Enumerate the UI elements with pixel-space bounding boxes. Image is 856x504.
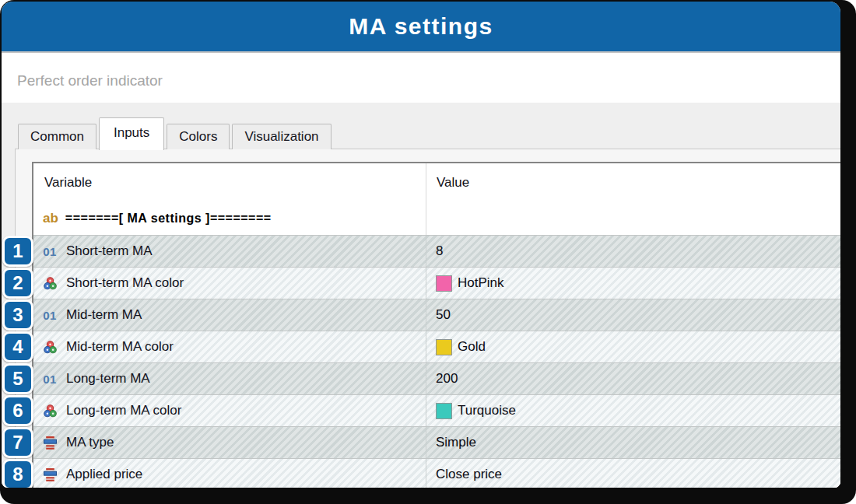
table-row[interactable]: 1 01 Short-term MA 8 — [33, 235, 840, 267]
dialog-titlebar: MA settings — [2, 2, 840, 53]
variable-value: HotPink — [458, 275, 504, 291]
enum-param-icon — [41, 435, 58, 450]
badge-number: 8 — [12, 465, 23, 484]
row-number-badge: 6 — [2, 395, 33, 426]
color-param-icon — [41, 403, 58, 418]
tab-visualization[interactable]: Visualization — [232, 124, 331, 149]
variable-cell: MA type — [33, 427, 426, 458]
row-number-badge: 1 — [2, 236, 33, 267]
dialog-body-panel: Common Inputs Colors Visualization Varia… — [2, 103, 840, 488]
table-rows: 1 01 Short-term MA 8 2 Short-term MA col… — [33, 235, 840, 488]
numeric-param-icon: 01 — [41, 371, 58, 387]
variable-cell: Short-term MA color — [33, 268, 426, 299]
variable-value: Turquoise — [458, 403, 516, 418]
row-number-badge: 2 — [2, 268, 33, 299]
value-cell[interactable]: Turquoise — [426, 395, 840, 426]
variable-value: Gold — [458, 339, 486, 355]
indicator-name: Perfect order indicator — [17, 72, 163, 89]
table-header-row: Variable Value — [33, 163, 840, 202]
tab-inputs[interactable]: Inputs — [99, 117, 164, 150]
color-param-icon — [41, 275, 58, 291]
variable-cell: Applied price — [33, 459, 426, 488]
variable-name: Long-term MA color — [66, 403, 181, 418]
tab-common[interactable]: Common — [18, 124, 96, 149]
numeric-param-icon: 01 — [41, 307, 58, 323]
dialog-title: MA settings — [349, 13, 493, 40]
table-row[interactable]: 7 MA type Simple — [33, 426, 840, 458]
value-cell[interactable]: 50 — [426, 299, 840, 331]
table-row[interactable]: 5 01 Long-term MA 200 — [33, 362, 840, 394]
tab-bar: Common Inputs Colors Visualization — [18, 118, 840, 149]
inputs-tab-page: Variable Value ab =======[ MA settings ]… — [15, 149, 840, 488]
group-header-label: =======[ MA settings ]======== — [65, 212, 272, 226]
table-row[interactable]: 4 Mid-term MA color Gold — [33, 331, 840, 362]
string-param-icon: ab — [43, 211, 58, 226]
variable-value: 50 — [436, 307, 451, 323]
ma-settings-dialog: MA settings Perfect order indicator Comm… — [2, 2, 840, 488]
badge-number: 7 — [12, 433, 23, 452]
badge-number: 1 — [12, 242, 23, 261]
variable-value: Simple — [436, 435, 476, 450]
value-cell[interactable]: Close price — [426, 459, 840, 488]
numeric-param-icon: 01 — [41, 243, 58, 259]
variable-cell: 01 Mid-term MA — [33, 299, 426, 331]
table-row[interactable]: 6 Long-term MA color Turquoise — [33, 394, 840, 426]
variable-name: MA type — [66, 435, 114, 450]
table-row[interactable]: 8 Applied price Close price — [33, 458, 840, 488]
badge-number: 3 — [12, 306, 23, 324]
color-swatch[interactable] — [436, 275, 452, 292]
variable-cell: Mid-term MA color — [33, 331, 426, 362]
color-swatch[interactable] — [436, 339, 452, 355]
badge-number: 5 — [12, 369, 23, 388]
value-cell[interactable]: Simple — [426, 427, 840, 458]
variable-value: 8 — [436, 243, 443, 259]
badge-number: 2 — [12, 274, 23, 292]
row-number-badge: 7 — [2, 427, 33, 458]
variable-value: 200 — [436, 371, 458, 387]
variable-cell: 01 Short-term MA — [33, 236, 426, 267]
screenshot-frame: MA settings Perfect order indicator Comm… — [0, 0, 856, 504]
column-header-variable: Variable — [33, 175, 426, 191]
value-cell[interactable]: 200 — [426, 363, 840, 394]
table-row[interactable]: 2 Short-term MA color HotPink — [33, 267, 840, 299]
variable-value: Close price — [436, 467, 502, 482]
badge-number: 6 — [12, 401, 23, 420]
value-cell[interactable]: 8 — [426, 236, 840, 267]
column-header-value: Value — [426, 163, 840, 202]
variable-cell: Long-term MA color — [33, 395, 426, 426]
enum-param-icon — [41, 467, 58, 482]
badge-number: 4 — [12, 338, 23, 356]
row-number-badge: 3 — [2, 299, 33, 331]
group-header-value-cell — [426, 202, 840, 235]
variable-cell: 01 Long-term MA — [33, 363, 426, 394]
tab-colors[interactable]: Colors — [167, 124, 230, 149]
variable-name: Applied price — [66, 467, 142, 482]
variable-name: Mid-term MA color — [66, 339, 174, 355]
value-cell[interactable]: Gold — [426, 331, 840, 362]
color-param-icon — [41, 339, 58, 355]
value-cell[interactable]: HotPink — [426, 268, 840, 299]
row-number-badge: 5 — [2, 363, 33, 394]
row-number-badge: 8 — [2, 459, 33, 488]
group-header-row: ab =======[ MA settings ]======== — [33, 202, 840, 235]
variable-name: Long-term MA — [66, 371, 150, 387]
variable-name: Short-term MA color — [66, 275, 184, 291]
color-swatch[interactable] — [436, 403, 452, 419]
variable-name: Mid-term MA — [66, 307, 142, 323]
indicator-name-bar: Perfect order indicator — [2, 53, 840, 103]
table-row[interactable]: 3 01 Mid-term MA 50 — [33, 299, 840, 331]
inputs-table: Variable Value ab =======[ MA settings ]… — [32, 162, 840, 488]
row-number-badge: 4 — [2, 331, 33, 362]
variable-name: Short-term MA — [66, 243, 153, 259]
